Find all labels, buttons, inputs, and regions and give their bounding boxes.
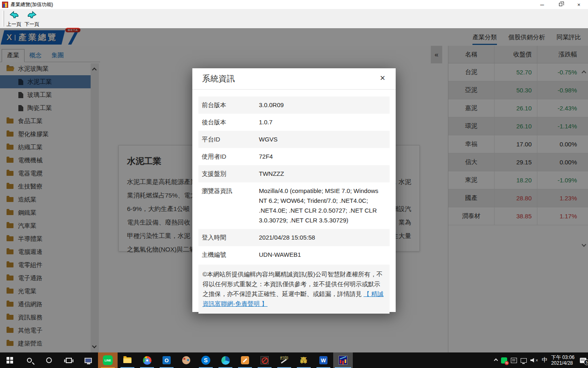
search-button[interactable]	[20, 352, 39, 368]
restore-button[interactable]	[551, 0, 570, 9]
ime-indicator[interactable]: 中	[542, 357, 548, 364]
tree-item[interactable]: 水泥工業	[0, 75, 91, 88]
collapse-panel-button[interactable]: «	[431, 46, 442, 63]
tree-item[interactable]: 電零組件	[0, 258, 91, 272]
close-dialog-button[interactable]: ×	[377, 72, 388, 84]
tree-item[interactable]: 電子通路	[0, 272, 91, 285]
file-explorer-button[interactable]	[118, 352, 137, 368]
info-value: 72F4	[259, 152, 386, 162]
table-row[interactable]: 潤泰材 38.85 1.17%	[448, 207, 588, 225]
sidebar-tab-industry[interactable]: 產業	[2, 49, 24, 62]
forward-button[interactable]: 下一頁	[23, 10, 41, 28]
table-row[interactable]: 東泥 18.20 -1.09%	[448, 171, 588, 189]
tab-peer-comparison[interactable]: 同業評比	[557, 29, 581, 46]
app-header: X 產業總覽 BETA 產業分類 個股供銷分析 同業評比	[0, 29, 588, 46]
back-button[interactable]: 上一頁	[5, 10, 23, 28]
table-row[interactable]: 國產 28.80 1.23%	[448, 189, 588, 207]
tree-item[interactable]: 塑化橡膠業	[0, 128, 91, 141]
logo-text: 產業總覽	[18, 32, 58, 43]
line-tray-icon[interactable]	[501, 357, 507, 364]
show-hidden-icons-button[interactable]	[494, 358, 498, 362]
tree-item[interactable]: 電器電纜	[0, 167, 91, 180]
table-row[interactable]: 信大 29.15 0.00%	[448, 153, 588, 171]
outlook-button[interactable]: O	[157, 352, 176, 368]
table-row[interactable]: 嘉泥 26.10 -2.43%	[448, 99, 588, 117]
word-button[interactable]: W	[314, 352, 333, 368]
tree-item-label: 資訊服務	[18, 314, 42, 321]
forward-label: 下一頁	[24, 21, 39, 28]
tree-item[interactable]: 鋼鐵業	[0, 206, 91, 219]
table-row[interactable]: 台泥 52.70 -0.75%	[448, 63, 588, 81]
notes-tray-icon[interactable]	[511, 358, 517, 363]
tree-item-icon	[7, 249, 13, 254]
tree-item[interactable]: 建築營造	[0, 337, 91, 350]
tree-item-icon	[7, 302, 13, 307]
tree-item-label: 光電業	[18, 287, 36, 295]
sidebar-tab-group[interactable]: 集團	[47, 49, 69, 62]
tree-item[interactable]: 資訊服務	[0, 311, 91, 324]
edge-button[interactable]	[216, 352, 235, 368]
header-change-percent: 漲跌幅	[537, 51, 588, 58]
tree-item[interactable]: 電腦週邊	[0, 245, 91, 258]
skype-button[interactable]: S	[196, 352, 216, 368]
minimize-button[interactable]: ─	[533, 0, 551, 9]
tree-item-label: 鋼鐵業	[18, 209, 36, 217]
notification-center-button[interactable]: 5	[580, 358, 586, 363]
stock-app-button[interactable]	[333, 352, 353, 368]
close-window-button[interactable]: ×	[570, 0, 588, 9]
scroll-up-icon[interactable]	[92, 67, 96, 72]
remote-pc-button[interactable]	[78, 352, 98, 368]
sidebar-tab-concept[interactable]: 概念	[24, 49, 47, 62]
clock[interactable]: 下午 03:06 2021/4/28	[551, 355, 575, 366]
stock-name: 環泥	[448, 117, 494, 135]
info-value: Mozilla/4.0 (compatible; MSIE 7.0; Windo…	[259, 186, 386, 225]
cortana-button[interactable]	[39, 352, 59, 368]
tree-item[interactable]: 造紙業	[0, 193, 91, 206]
line-app-button[interactable]: LINE	[98, 352, 118, 368]
skype-icon: S	[201, 356, 210, 365]
tree-item[interactable]: 汽車業	[0, 219, 91, 232]
table-row[interactable]: 亞泥 50.30 -0.98%	[448, 81, 588, 99]
table-row[interactable]: 環泥 26.10 -1.14%	[448, 117, 588, 135]
cortana-icon	[46, 357, 52, 363]
tree-item[interactable]: 陶瓷工業	[0, 101, 91, 114]
app-logo: X 產業總覽	[1, 30, 65, 45]
table-scroll-up-icon[interactable]	[581, 70, 586, 75]
stock-change: -0.98%	[537, 87, 588, 94]
volume-muted-icon[interactable]: ×	[530, 358, 538, 363]
task-view-button[interactable]	[59, 352, 78, 368]
stock-price: 50.30	[494, 81, 537, 99]
snipping-tool-button[interactable]	[235, 352, 255, 368]
security-app-button[interactable]	[255, 352, 274, 368]
snipping-tool-icon	[241, 356, 249, 364]
tree-item[interactable]: 玻璃工業	[0, 88, 91, 101]
tree-item[interactable]: 水泥玻陶業	[0, 62, 91, 75]
tree-item[interactable]: 光電業	[0, 285, 91, 298]
tree-item[interactable]: 其他電子	[0, 324, 91, 337]
tree-item[interactable]: 半導體業	[0, 232, 91, 245]
table-scroll-down-icon[interactable]	[581, 242, 586, 247]
start-button[interactable]	[0, 352, 20, 368]
tree-item-label: 電機機械	[18, 157, 42, 164]
info-label: 登入時間	[202, 233, 259, 242]
tree-item[interactable]: 食品工業	[0, 114, 91, 128]
stock-rows: 台泥 52.70 -0.75% 亞泥 50.30 -0.98% 嘉泥 26.10…	[448, 63, 588, 225]
sidebar-scrollbar[interactable]	[91, 63, 99, 352]
hong-app-button[interactable]: 轟	[294, 352, 314, 368]
paint-button[interactable]	[176, 352, 196, 368]
tree-item[interactable]: 紡織工業	[0, 141, 91, 154]
tree-item[interactable]: 生技醫療	[0, 180, 91, 193]
dialog-title: 系統資訊	[202, 73, 235, 84]
tree-item[interactable]: 電機機械	[0, 154, 91, 167]
table-row[interactable]: 幸福 17.00 0.00%	[448, 135, 588, 153]
tab-stock-supply-analysis[interactable]: 個股供銷分析	[508, 29, 545, 46]
tree-item[interactable]: 通信網路	[0, 298, 91, 311]
tree-item-icon	[7, 289, 13, 294]
network-icon[interactable]	[521, 358, 527, 363]
print-tool-button[interactable]: 打印	[274, 352, 294, 368]
stock-price: 29.15	[494, 153, 537, 171]
chrome-button[interactable]	[137, 352, 157, 368]
scroll-down-icon[interactable]	[92, 343, 96, 348]
info-label: 平台ID	[202, 135, 259, 144]
tab-industry-category[interactable]: 產業分類	[472, 29, 497, 46]
